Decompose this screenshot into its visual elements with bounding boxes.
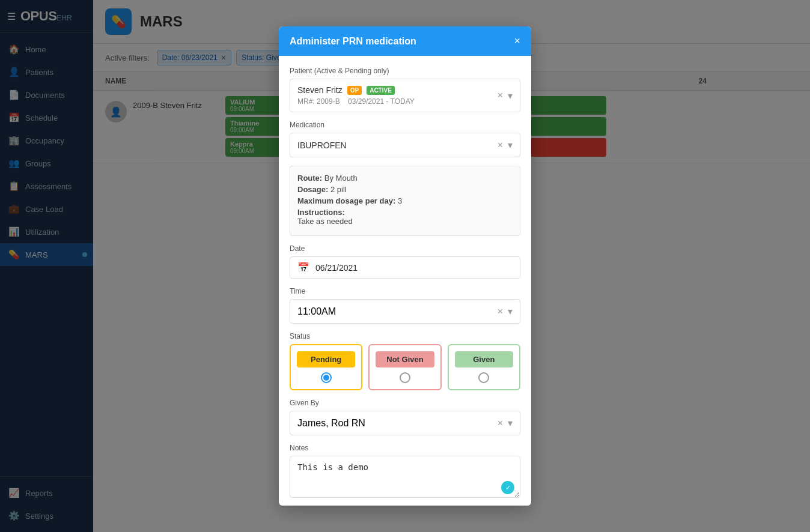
given-button[interactable]: Given xyxy=(455,351,513,367)
status-form-group: Status Pending Not Given Given xyxy=(290,332,520,390)
date-input-wrapper[interactable]: 📅 xyxy=(290,256,520,279)
given-by-value: James, Rod RN xyxy=(297,418,365,429)
modal-header: Administer PRN medication × xyxy=(279,26,531,56)
pending-radio-dot xyxy=(323,375,329,381)
patient-select-box[interactable]: Steven Fritz OP ACTIVE MR#: 2009-B 03/29… xyxy=(290,79,520,112)
patient-select-name: Steven Fritz xyxy=(297,85,343,95)
medication-select-box[interactable]: IBUPROFEN × ▾ xyxy=(290,133,520,157)
expand-given-by-icon[interactable]: ▾ xyxy=(508,417,513,429)
date-form-group: Date 📅 xyxy=(290,244,520,279)
patient-form-group: Patient (Active & Pending only) Steven F… xyxy=(290,67,520,112)
administer-prn-modal: Administer PRN medication × Patient (Act… xyxy=(279,26,531,505)
instructions-label: Instructions: xyxy=(297,208,345,217)
date-input[interactable] xyxy=(315,263,513,273)
clear-patient-icon[interactable]: × xyxy=(498,90,503,101)
not-given-radio[interactable] xyxy=(400,372,410,383)
max-dosage-line: Maximum dosage per day: 3 xyxy=(297,196,513,205)
time-value: 11:00AM xyxy=(297,306,336,317)
notes-form-group: Notes This is a demo ✓ xyxy=(290,444,520,500)
patient-meta: MR#: 2009-B 03/29/2021 - TODAY xyxy=(297,97,415,106)
medication-label: Medication xyxy=(290,121,520,129)
time-select-box[interactable]: 11:00AM × ▾ xyxy=(290,299,520,324)
max-dosage-value: 3 xyxy=(398,196,402,205)
route-line: Route: By Mouth xyxy=(297,174,513,183)
route-value: By Mouth xyxy=(324,174,358,183)
time-form-group: Time 11:00AM × ▾ xyxy=(290,287,520,324)
dosage-value: 2 pill xyxy=(330,185,347,194)
patient-info: Steven Fritz OP ACTIVE MR#: 2009-B 03/29… xyxy=(297,85,415,106)
clear-time-icon[interactable]: × xyxy=(498,306,503,317)
instructions-value: Take as needed xyxy=(297,217,353,226)
patient-name-row: Steven Fritz OP ACTIVE xyxy=(297,85,415,95)
status-label: Status xyxy=(290,332,520,340)
medication-value: IBUPROFEN xyxy=(297,141,347,150)
medication-form-group: Medication IBUPROFEN × ▾ xyxy=(290,121,520,157)
route-label: Route: xyxy=(297,174,322,183)
notes-textarea[interactable]: This is a demo xyxy=(290,456,520,498)
patient-select-controls[interactable]: × ▾ xyxy=(498,90,513,101)
time-label: Time xyxy=(290,287,520,295)
status-option-not-given[interactable]: Not Given xyxy=(368,344,441,390)
time-select-controls[interactable]: × ▾ xyxy=(498,306,513,317)
modal-body: Patient (Active & Pending only) Steven F… xyxy=(279,56,531,505)
modal-close-button[interactable]: × xyxy=(514,35,520,47)
dosage-line: Dosage: 2 pill xyxy=(297,185,513,194)
clear-med-icon[interactable]: × xyxy=(498,140,503,151)
date-label: Date xyxy=(290,244,520,253)
medication-info-box: Route: By Mouth Dosage: 2 pill Maximum d… xyxy=(290,166,520,236)
given-by-controls[interactable]: × ▾ xyxy=(498,417,513,429)
instructions-line: Instructions: Take as needed xyxy=(297,208,513,226)
patient-label: Patient (Active & Pending only) xyxy=(290,67,520,75)
expand-time-icon[interactable]: ▾ xyxy=(508,306,513,317)
max-dosage-label: Maximum dosage per day: xyxy=(297,196,395,205)
notes-label: Notes xyxy=(290,444,520,452)
modal-overlay: Administer PRN medication × Patient (Act… xyxy=(0,0,810,532)
pending-radio[interactable] xyxy=(321,372,332,383)
notes-wrapper: This is a demo ✓ xyxy=(290,456,520,500)
clear-given-by-icon[interactable]: × xyxy=(498,418,503,429)
status-options: Pending Not Given Given xyxy=(290,344,520,390)
badge-active: ACTIVE xyxy=(367,86,395,95)
calendar-icon: 📅 xyxy=(297,262,309,273)
given-by-label: Given By xyxy=(290,399,520,407)
badge-op: OP xyxy=(347,86,362,95)
expand-patient-icon[interactable]: ▾ xyxy=(508,90,513,101)
dosage-label: Dosage: xyxy=(297,185,328,194)
med-select-controls[interactable]: × ▾ xyxy=(498,139,513,151)
not-given-button[interactable]: Not Given xyxy=(376,351,434,367)
status-option-given[interactable]: Given xyxy=(448,344,520,390)
given-by-select-box[interactable]: James, Rod RN × ▾ xyxy=(290,411,520,435)
status-option-pending[interactable]: Pending xyxy=(290,344,362,390)
modal-title: Administer PRN medication xyxy=(290,36,416,47)
expand-med-icon[interactable]: ▾ xyxy=(508,139,513,151)
given-by-form-group: Given By James, Rod RN × ▾ xyxy=(290,399,520,435)
given-radio[interactable] xyxy=(478,372,489,383)
pending-button[interactable]: Pending xyxy=(297,351,355,367)
